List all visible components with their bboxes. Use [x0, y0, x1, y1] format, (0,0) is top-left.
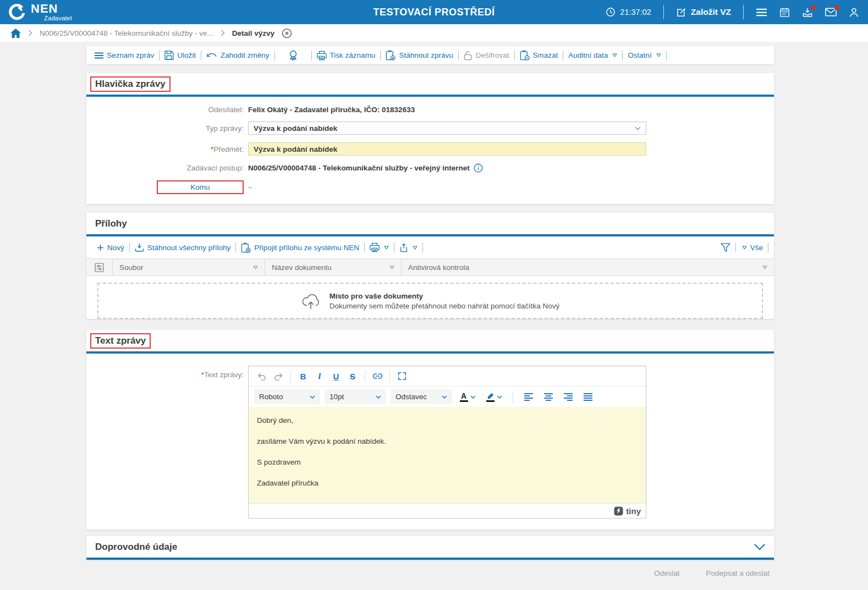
expand-section-button[interactable]: [754, 544, 765, 550]
download-message-button[interactable]: Stáhnout zprávu: [381, 50, 458, 60]
print-record-button[interactable]: Tisk záznamu: [312, 51, 381, 60]
text-color-icon: A: [460, 392, 468, 402]
download-all-attachments-button[interactable]: Stáhnout všechny přílohy: [130, 243, 236, 252]
column-header-antivirova-kontrola[interactable]: Antivirová kontrola: [402, 259, 774, 275]
underline-button[interactable]: U: [328, 369, 344, 383]
user-profile-button[interactable]: [849, 7, 859, 18]
message-header-section: Hlavička zprávy Odesílatel: Felix Okátý …: [86, 73, 774, 204]
list-icon: [95, 52, 103, 59]
additional-data-section: Doprovodné údaje: [86, 536, 774, 560]
chevron-right-icon: [28, 30, 32, 36]
signature-seal-button[interactable]: [275, 50, 311, 61]
breadcrumb-procedure[interactable]: N006/25/V00004748 - Telekomunikační služ…: [40, 29, 213, 37]
delete-button[interactable]: Smazat: [515, 50, 563, 60]
recipient-button[interactable]: Komu: [157, 180, 244, 194]
recipient-value: –: [248, 183, 252, 191]
column-settings-button[interactable]: [86, 259, 113, 275]
italic-button[interactable]: I: [312, 369, 327, 383]
decrypt-button[interactable]: Dešifrovat: [459, 51, 514, 60]
message-paragraph: S pozdravem: [257, 458, 638, 466]
chevron-down-icon: [310, 395, 315, 399]
editor-toolbar-row2: Roboto 10pt Odstavec A: [249, 386, 646, 407]
discard-icon: [206, 52, 217, 59]
strikethrough-button[interactable]: S: [345, 369, 360, 383]
section-title-additional-data: Doprovodné údaje: [95, 542, 177, 553]
menu-icon: [756, 8, 767, 16]
section-title-message-header: Hlavička zprávy: [90, 76, 171, 92]
calendar-icon: [779, 7, 790, 18]
align-justify-button[interactable]: [580, 390, 596, 404]
document-delete-icon: [520, 50, 530, 60]
caret-down-icon: [612, 53, 617, 57]
caret-down-icon[interactable]: [762, 266, 767, 269]
attachments-table-header: Soubor Název dokumentu Antivirová kontro…: [86, 258, 774, 276]
app-name: NEN: [31, 3, 72, 15]
sender-row: Odesílatel: Felix Okátý - Zadavatel přír…: [86, 106, 774, 114]
send-button[interactable]: Odeslat: [654, 569, 680, 577]
tiny-brand-label[interactable]: tiny: [626, 506, 641, 516]
font-family-select[interactable]: Roboto: [254, 389, 320, 404]
user-icon: [849, 7, 859, 18]
file-dropzone[interactable]: Místo pro vaše dokumenty Dokumenty sem m…: [97, 283, 763, 319]
audit-data-button[interactable]: Auditní data: [563, 51, 622, 59]
undo-button[interactable]: [254, 369, 270, 383]
info-icon[interactable]: [474, 163, 483, 173]
print-attachments-button[interactable]: [365, 242, 394, 252]
app-subtitle: Zadavatel: [44, 15, 72, 22]
message-list-button[interactable]: Seznam zpráv: [90, 51, 159, 59]
bold-button[interactable]: B: [295, 369, 311, 383]
other-actions-button[interactable]: Ostatní: [623, 51, 666, 59]
highlight-color-button[interactable]: [483, 390, 505, 404]
chevron-right-icon: [221, 30, 225, 36]
align-right-button[interactable]: [561, 390, 576, 404]
printer-icon: [317, 51, 327, 60]
discard-changes-button[interactable]: Zahodit změny: [201, 51, 274, 59]
plus-icon: [97, 244, 104, 251]
document-attach-icon: [241, 242, 251, 253]
attachments-section: Přílohy Nový Stáhnout všechny přílohy Př…: [86, 213, 774, 319]
main-menu-button[interactable]: [756, 8, 767, 16]
app-logo[interactable]: NEN Zadavatel: [8, 3, 72, 22]
filter-button[interactable]: [716, 243, 735, 252]
cloud-upload-icon: [301, 293, 321, 309]
export-attachments-button[interactable]: [394, 243, 422, 252]
create-vz-button[interactable]: Založit VZ: [676, 7, 731, 18]
session-time: 21:37:02: [620, 8, 651, 16]
message-text-input[interactable]: Dobrý den, zasíláme Vám výzvu k podání n…: [249, 407, 646, 503]
column-header-soubor[interactable]: Soubor: [113, 259, 265, 275]
column-header-nazev-dokumentu[interactable]: Název dokumentu: [265, 259, 402, 275]
message-type-select[interactable]: Výzva k podání nabídek: [248, 122, 646, 135]
sign-and-send-button[interactable]: Podepsat a odeslat: [706, 569, 770, 577]
redo-button[interactable]: [271, 369, 286, 383]
text-color-button[interactable]: A: [457, 390, 479, 404]
close-tab-button[interactable]: [282, 28, 292, 38]
home-button[interactable]: [10, 29, 21, 38]
download-icon: [135, 243, 144, 252]
breadcrumb-current: Detail výzvy: [232, 29, 274, 37]
messages-button[interactable]: [825, 8, 837, 16]
align-left-button[interactable]: [521, 390, 536, 404]
procedure-label: Zadávací postup:: [86, 164, 248, 172]
caret-down-icon[interactable]: [253, 266, 258, 269]
subject-input[interactable]: Výzva k podání nabídek: [248, 142, 646, 156]
font-size-select[interactable]: 10pt: [325, 389, 386, 404]
clock-icon: [606, 7, 616, 17]
attach-from-nen-button[interactable]: Připojit přílohu ze systému NEN: [236, 242, 364, 253]
link-button[interactable]: [370, 369, 385, 383]
notification-badge: [834, 5, 839, 10]
footer-actions: Odeslat Podepsat a odeslat: [86, 560, 774, 577]
caret-down-icon[interactable]: [389, 266, 394, 269]
fullscreen-button[interactable]: [394, 369, 410, 383]
new-attachment-button[interactable]: Nový: [92, 244, 129, 252]
block-format-select[interactable]: Odstavec: [391, 389, 452, 404]
align-center-button[interactable]: [541, 390, 556, 404]
edit-icon: [676, 7, 686, 18]
attachments-toolbar: Nový Stáhnout všechny přílohy Připojit p…: [86, 236, 774, 258]
save-button[interactable]: Uložit: [160, 51, 201, 60]
tiny-logo-icon: [614, 506, 623, 516]
message-type-row: Typ zprávy: Výzva k podání nabídek: [86, 122, 774, 135]
calendar-button[interactable]: [779, 7, 790, 18]
filter-all-button[interactable]: Vše: [736, 244, 768, 252]
header-divider: [743, 5, 744, 19]
inbox-downloads-button[interactable]: [802, 7, 813, 18]
